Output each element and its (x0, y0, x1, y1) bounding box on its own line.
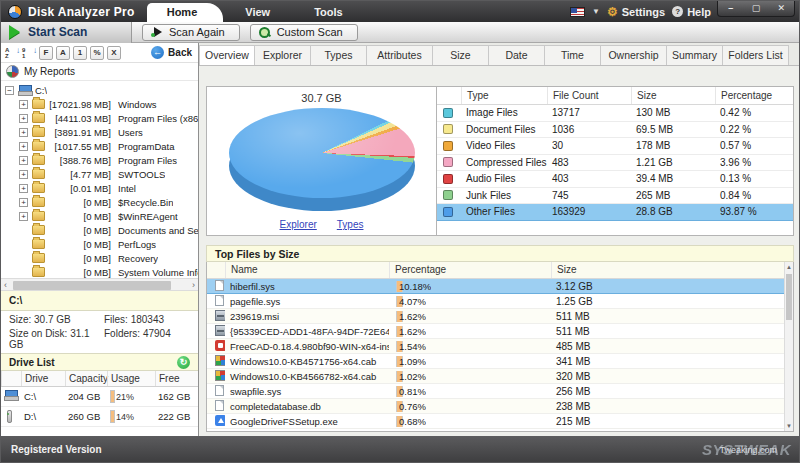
file-row[interactable]: {95339CED-ADD1-48FA-94DF-72E64B7893D6}.m… (207, 324, 784, 339)
tab-ownership[interactable]: Ownership (601, 45, 667, 65)
tab-explorer[interactable]: Explorer (255, 45, 311, 65)
tree-item-row[interactable]: [0.01 MB]Intel (1, 181, 198, 195)
types-row[interactable]: Other Files16392928.8 GB93.87 % (437, 204, 793, 221)
back-button[interactable]: Back (151, 46, 192, 59)
files-vertical-scrollbar[interactable] (784, 262, 793, 431)
tree-item-row[interactable]: [3891.91 MB]Users (1, 125, 198, 139)
files-scrollbar-thumb[interactable] (786, 274, 792, 320)
tree-root-row[interactable]: C:\ (1, 83, 198, 97)
tab-folders-list[interactable]: Folders List (723, 45, 789, 65)
expand-icon[interactable] (19, 100, 28, 109)
tree-item-row[interactable]: [17021.98 MB]Windows (1, 97, 198, 111)
mini-button-f[interactable]: F (39, 46, 53, 60)
drive-row[interactable]: D:\260 GB14%222 GB (1, 407, 198, 427)
start-scan-button[interactable]: Start Scan (1, 22, 132, 43)
tab-overview[interactable]: Overview (199, 45, 255, 65)
menu-tab-view[interactable]: View (223, 3, 292, 22)
drive-header-drive[interactable]: Drive (21, 371, 65, 386)
tree-item-row[interactable]: [4411.03 MB]Program Files (x86) (1, 111, 198, 125)
percentage-value: 1.09% (399, 356, 403, 367)
tree-item-name: Program Files (x86) (118, 113, 198, 124)
explorer-link[interactable]: Explorer (280, 219, 317, 230)
drive-header-free[interactable]: Free (155, 371, 198, 386)
custom-scan-button[interactable]: Custom Scan (250, 24, 358, 41)
drive-list-header: Drive List (1, 353, 198, 371)
drive-row[interactable]: C:\204 GB21%162 GB (1, 387, 198, 407)
tree-item-row[interactable]: [0 MB]$WinREAgent (1, 209, 198, 223)
menu-tab-tools[interactable]: Tools (292, 3, 365, 22)
tree-horizontal-scrollbar[interactable] (1, 278, 198, 291)
file-row[interactable]: Windows10.0-KB4566782-x64.cab1.02%320 MB (207, 369, 784, 384)
tree-item-row[interactable]: [0 MB]Documents and Settings (1, 223, 198, 237)
expand-icon[interactable] (19, 212, 28, 221)
pie-top[interactable] (229, 108, 415, 198)
tree-item-row[interactable]: [0 MB]PerfLogs (1, 237, 198, 251)
tree-item-row[interactable]: [4.77 MB]SWTOOLS (1, 167, 198, 181)
types-row[interactable]: Document Files103669.5 MB0.22 % (437, 122, 793, 139)
mini-button-a[interactable]: A (56, 46, 70, 60)
collapse-icon[interactable] (5, 86, 14, 95)
types-row[interactable]: Compressed Files4831.21 GB3.96 % (437, 155, 793, 172)
file-row[interactable]: FreeCAD-0.18.4.980bf90-WIN-x64-installer… (207, 339, 784, 354)
tree-item-row[interactable]: [388.76 MB]Program Files (1, 153, 198, 167)
types-link[interactable]: Types (337, 219, 364, 230)
files-header-percentage[interactable]: Percentage (389, 262, 551, 278)
tab-types[interactable]: Types (311, 45, 367, 65)
type-percentage: 0.84 % (715, 190, 793, 201)
tree-item-row[interactable]: [0 MB]Recovery (1, 251, 198, 265)
minimize-button[interactable] (721, 4, 741, 13)
file-row[interactable]: swapfile.sys0.81%256 MB (207, 384, 784, 399)
expand-icon[interactable] (19, 142, 28, 151)
mini-button-[interactable]: % (90, 46, 104, 60)
expand-icon[interactable] (19, 128, 28, 137)
file-row[interactable]: 239619.msi1.62%511 MB (207, 309, 784, 324)
mini-button-1[interactable]: 1 (73, 46, 87, 60)
tree-item-size: [4.77 MB] (49, 169, 111, 180)
mini-button-x[interactable]: X (107, 46, 121, 60)
file-row[interactable]: completedatabase.db0.76%238 MB (207, 399, 784, 414)
types-header-count[interactable]: File Count (547, 87, 631, 104)
menu-tab-home[interactable]: Home (147, 3, 224, 22)
expand-icon[interactable] (19, 198, 28, 207)
tab-attributes[interactable]: Attributes (367, 45, 433, 65)
tab-size[interactable]: Size (433, 45, 489, 65)
types-row[interactable]: Image Files13717130 MB0.42 % (437, 105, 793, 122)
sort-az-icon[interactable]: AZ (5, 46, 19, 60)
tab-time[interactable]: Time (545, 45, 601, 65)
tab-date[interactable]: Date (489, 45, 545, 65)
types-header-type[interactable]: Type (461, 87, 547, 104)
files-header-name[interactable]: Name (225, 262, 389, 278)
files-header-size[interactable]: Size (551, 262, 784, 278)
tree-item-row[interactable]: [1017.55 MB]ProgramData (1, 139, 198, 153)
scan-again-button[interactable]: Scan Again (142, 24, 240, 41)
sort-91-icon[interactable]: 91 (22, 46, 36, 60)
types-row[interactable]: Audio Files40339.4 MB0.13 % (437, 171, 793, 188)
maximize-button[interactable] (746, 4, 766, 13)
file-row[interactable]: Windows10.0-KB4571756-x64.cab1.09%341 MB (207, 354, 784, 369)
drive-header-capacity[interactable]: Capacity (65, 371, 107, 386)
refresh-icon[interactable] (177, 356, 190, 369)
file-row[interactable]: pagefile.sys4.07%1.25 GB (207, 294, 784, 309)
help-button[interactable]: Help (672, 6, 711, 18)
types-row[interactable]: Junk Files745265 MB0.84 % (437, 188, 793, 205)
tree-item-row[interactable]: [0 MB]$Recycle.Bin (1, 195, 198, 209)
expand-icon[interactable] (19, 170, 28, 179)
my-reports-item[interactable]: My Reports (1, 63, 198, 81)
language-flag-icon[interactable] (570, 7, 585, 17)
types-header-percentage[interactable]: Percentage (715, 87, 793, 104)
types-header-size[interactable]: Size (631, 87, 715, 104)
drive-header-usage[interactable]: Usage (107, 371, 155, 386)
tree-item-row[interactable]: [0 MB]System Volume Informat (1, 265, 198, 278)
expand-icon[interactable] (19, 156, 28, 165)
file-row[interactable]: hiberfil.sys10.18%3.12 GB (207, 279, 784, 294)
expand-icon[interactable] (19, 184, 28, 193)
tab-summary[interactable]: Summary (667, 45, 723, 65)
flag-dropdown-caret-icon[interactable]: ▼ (592, 7, 600, 16)
scrollbar-thumb[interactable] (13, 281, 171, 290)
close-button[interactable] (771, 4, 791, 13)
file-row[interactable]: GoogleDriveFSSetup.exe0.68%215 MB (207, 414, 784, 429)
types-row[interactable]: Video Files30178 MB0.57 % (437, 138, 793, 155)
settings-button[interactable]: Settings (607, 6, 665, 18)
expand-icon[interactable] (19, 114, 28, 123)
gear-icon (607, 6, 618, 18)
